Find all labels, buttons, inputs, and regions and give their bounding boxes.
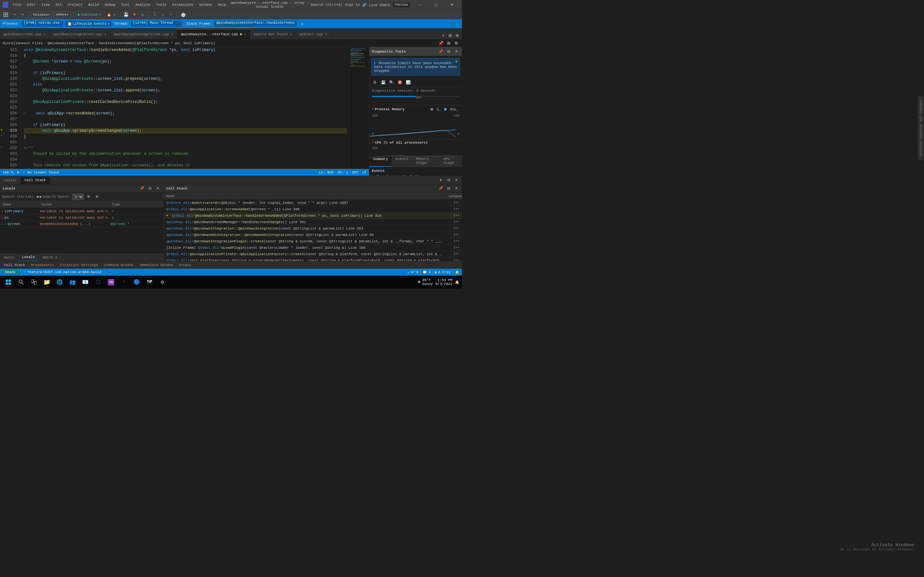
taskbar-git-btn[interactable]: ⑂ — [118, 276, 129, 288]
bt-exceptions[interactable]: Exception Settings — [58, 263, 100, 267]
hot-reload-btn[interactable]: 🔥 ▾ — [105, 11, 118, 18]
diag-save-btn[interactable]: 💾 — [380, 79, 387, 86]
new-project-btn[interactable] — [1, 11, 10, 18]
locals-expand-btn[interactable]: ⊟ — [147, 185, 153, 192]
tab-settings-btn[interactable]: ⚙ — [454, 32, 461, 39]
minimize-button[interactable]: − — [413, 0, 427, 10]
stack-frame-dropdown[interactable]: QWindowSystemInterface::handleScreenA — [214, 21, 297, 27]
diag-search-btn[interactable]: 🔍 — [388, 79, 395, 86]
search-nav-prev[interactable]: ◀ — [36, 195, 39, 199]
redo-btn[interactable]: ↪ — [19, 11, 26, 18]
pm-filter-s-btn[interactable]: S... — [435, 106, 443, 112]
alert-close-btn[interactable]: ✕ — [455, 60, 458, 64]
code-content[interactable]: void QWindowSystemInterface::handleScree… — [21, 47, 350, 169]
menu-tools[interactable]: Tools — [153, 2, 169, 8]
code-editor[interactable]: ➤ ▷ ▽ 815 816 817 818 819 820 821 822 82… — [0, 47, 369, 169]
pm-filter-p-btn[interactable]: Priv... — [449, 106, 459, 112]
bt-breakpoints[interactable]: Breakpoints — [29, 263, 56, 267]
bc-project[interactable]: Miscellaneous Files — [3, 41, 43, 45]
diag-close-btn[interactable]: ✕ — [453, 48, 459, 55]
editor-gear-icon[interactable]: ⚙ — [17, 170, 19, 174]
cs-row-9[interactable]: Qt5Gui.dll!init_platform(const QString &… — [164, 258, 462, 261]
tab-source-not-found[interactable]: Source Not Found ✕ — [250, 29, 296, 39]
bc-settings-btn[interactable]: ⚙ — [453, 40, 459, 47]
menu-git[interactable]: Git — [53, 2, 65, 8]
pm-header-row[interactable]: ▼ Process Memory S... Priv... — [369, 105, 462, 113]
callstack-pin-btn[interactable]: 📌 — [438, 185, 444, 192]
bc-method[interactable]: handleScreenAdded(QPlatformScreen * ps, … — [99, 41, 215, 45]
diag-settings-btn[interactable]: ⚙ — [371, 79, 378, 86]
taskbar-chrome-btn[interactable]: 🔵 — [131, 276, 142, 288]
step-into-btn[interactable]: ↓ — [160, 11, 166, 18]
bt-output[interactable]: Output — [177, 263, 194, 267]
taskbar-automate-btn[interactable]: ⚙ — [157, 276, 168, 288]
depth-select[interactable]: 3 1 2 5 — [72, 193, 84, 200]
menu-debug[interactable]: Debug — [102, 2, 118, 8]
cs-row-3[interactable]: qwindows.dll!QWindowsScreenManager::hand… — [164, 219, 462, 226]
cs-row-5[interactable]: qwindows.dll!QWindowsGdiIntegration::QWi… — [164, 232, 462, 238]
config-dropdown[interactable]: Release ▾ — [31, 11, 52, 18]
maximize-button[interactable]: ◻ — [429, 0, 443, 10]
diag-filter-btn[interactable]: 🎯 — [396, 79, 403, 86]
live-share-button[interactable]: 🔗 Live Share — [362, 3, 390, 7]
debug-stop-btn[interactable]: ■ — [131, 11, 138, 18]
step-over-btn[interactable]: ⤵ — [151, 11, 158, 18]
bottom-tab-locals[interactable]: Locals — [0, 176, 21, 184]
cs-row-6[interactable]: qwindows.dll!QWindowsIntegrationPlugin::… — [164, 238, 462, 245]
undo-btn[interactable]: ↩ — [11, 11, 18, 18]
tab-qwindowsyste-active[interactable]: qwindowsyste...nterface.cpp ✕ — [178, 29, 250, 39]
tab-qwindowsintegration[interactable]: qwindowsintegration.cpp ✕ — [50, 29, 111, 39]
tab-close-qobject[interactable]: ✕ — [325, 32, 328, 37]
search-nav-next[interactable]: ▶ — [40, 195, 42, 199]
show-events-item[interactable]: Show Events (1 of 1) — [376, 175, 418, 176]
sub-tab-autos[interactable]: Autos — [0, 253, 18, 261]
menu-edit[interactable]: Edit — [24, 2, 38, 8]
sign-in-button[interactable]: Sign in — [345, 3, 360, 7]
locals-row-isprimary[interactable]: ✕ isPrimary Variable is optimized away a… — [0, 208, 163, 214]
arch-dropdown[interactable]: ARM64 ▾ — [53, 11, 71, 18]
status-ready[interactable]: Ready — [3, 270, 18, 274]
cs-row-2[interactable]: ➤ Qt5Gui.dll!QWindowSystemInterface::han… — [164, 213, 462, 219]
taskbar-vs-btn[interactable]: VS — [105, 276, 117, 288]
status-git[interactable]: ⑂ feature/DCET-148-native-arm64-build — [24, 270, 102, 274]
diag-pin-btn[interactable]: 📌 — [438, 48, 444, 55]
taskbar-explorer-btn[interactable]: 📁 — [41, 276, 53, 288]
menu-analyze[interactable]: Analyze — [133, 2, 153, 8]
lifecycle-btn[interactable]: 📋 Lifecycle Events ▾ — [65, 21, 112, 27]
cs-row-0[interactable]: Qt5Core.dll!doActivate<0>(QObject * send… — [164, 200, 462, 206]
tab-close-qwindowsintegration[interactable]: ✕ — [104, 32, 107, 37]
cs-row-1[interactable]: Qt5Gui.dll!QGuiApplication::screenAdded(… — [164, 206, 462, 213]
stack-settings-btn[interactable]: ⚙ — [301, 22, 304, 26]
cpu-header-row[interactable]: ▼ CPU (% of all processors) — [369, 139, 462, 146]
notification-btn[interactable]: 🔔 — [455, 280, 459, 284]
bottom-dropdown-btn[interactable]: ▾ — [438, 177, 444, 183]
bc-split-btn[interactable]: ⊞ — [445, 40, 452, 47]
tab-qwindowsgdiintegration[interactable]: qwindowsgdiintegration.cpp ✕ — [111, 29, 178, 39]
taskbar-edge-btn[interactable]: 🌐 — [54, 276, 65, 288]
sub-tab-locals[interactable]: Locals — [18, 253, 39, 261]
taskbar-teams-btn[interactable]: 👥 — [67, 276, 78, 288]
minimap[interactable] — [350, 47, 369, 169]
tab-qwindowsscreen[interactable]: qwindowsscreen.cpp ✕ — [0, 29, 50, 39]
locals-expand-all-btn[interactable]: ⊞ — [85, 193, 92, 200]
taskbar-start-btn[interactable] — [3, 276, 14, 288]
status-appname[interactable]: ⊞ x-tray — [435, 270, 451, 274]
tab-qobject[interactable]: qobject.cpp ✕ — [296, 29, 331, 39]
status-notification[interactable]: 🔔 — [455, 270, 459, 274]
bt-command[interactable]: Command Window — [102, 263, 135, 267]
debug-restart-btn[interactable]: ↻ — [139, 11, 146, 18]
menu-window[interactable]: Window — [197, 2, 215, 8]
locals-settings-btn[interactable]: ⚙ — [94, 193, 100, 200]
bt-immediate[interactable]: Immediate Window — [137, 263, 175, 267]
cs-row-8[interactable]: Qt5Gui.dll!QGuiApplicationPrivate::QGuiA… — [164, 251, 462, 258]
bottom-close-btn[interactable]: ✕ — [453, 177, 459, 183]
diag-expand-btn[interactable]: ⊟ — [445, 48, 452, 55]
tab-close-source[interactable]: ✕ — [289, 32, 292, 37]
tab-list-btn[interactable]: ≡ — [439, 32, 447, 39]
menu-help[interactable]: Help — [215, 2, 229, 8]
continue-btn[interactable]: ▶ Continue ▾ — [76, 11, 103, 18]
cs-row-4[interactable]: qwindows.dll!QWindowsIntegration::QWindo… — [164, 226, 462, 232]
process-dropdown[interactable]: [9748] nxtray.exe — [21, 21, 63, 27]
status-messages[interactable]: 💬 3 — [423, 270, 431, 274]
debug-save-btn[interactable]: 💾 — [123, 11, 129, 18]
